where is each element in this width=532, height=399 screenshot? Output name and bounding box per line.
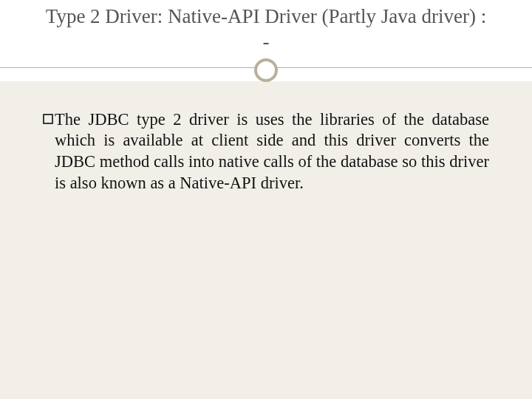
body-area: The JDBC type 2 driver is uses the libra… <box>0 102 532 194</box>
title-divider <box>0 55 532 81</box>
square-bullet-icon <box>43 114 53 124</box>
bullet-text: The JDBC type 2 driver is uses the libra… <box>55 109 489 194</box>
bullet-item: The JDBC type 2 driver is uses the libra… <box>43 109 489 194</box>
title-area: Type 2 Driver: Native-API Driver (Partly… <box>0 0 532 55</box>
slide: Type 2 Driver: Native-API Driver (Partly… <box>0 0 532 399</box>
divider-circle-icon <box>254 58 278 82</box>
spacer <box>0 81 532 102</box>
slide-title: Type 2 Driver: Native-API Driver (Partly… <box>44 4 488 55</box>
